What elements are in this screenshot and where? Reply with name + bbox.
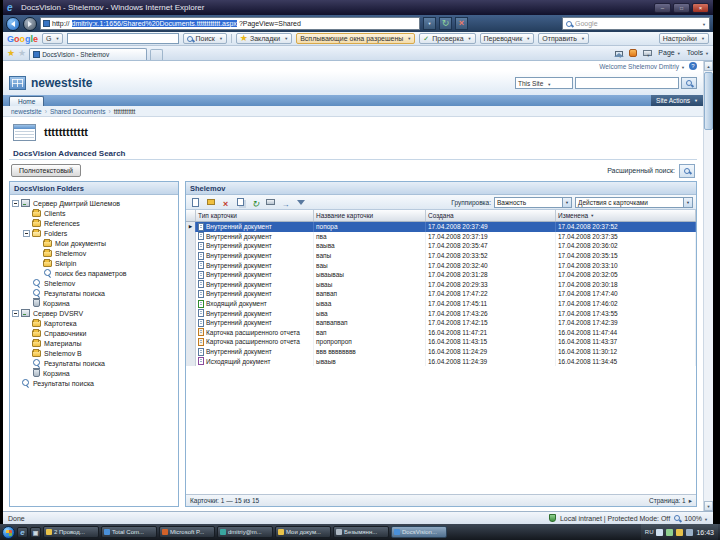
tree-expander-icon[interactable] [23, 350, 30, 357]
stop-button[interactable] [455, 17, 468, 30]
row-selector-cell[interactable] [186, 328, 196, 338]
tree-expander-icon[interactable] [23, 370, 30, 377]
table-row[interactable]: Исходящий документ ываыв 16.04.2008 11:2… [186, 356, 696, 366]
chevron-down-icon[interactable] [562, 198, 571, 207]
site-search-input[interactable] [575, 77, 679, 89]
tree-expander-icon[interactable] [34, 260, 41, 267]
breadcrumb-link[interactable]: newestsite [11, 108, 42, 115]
volume-icon[interactable] [656, 529, 663, 536]
scroll-up-icon[interactable] [704, 61, 713, 71]
settings-button[interactable]: Настройки [659, 33, 709, 44]
search-scope-dropdown[interactable]: This Site [515, 77, 573, 89]
taskbar-button[interactable]: dmitriy@m... [217, 526, 273, 538]
row-selector-cell[interactable] [186, 308, 196, 318]
tree-item[interactable]: Clients [12, 208, 176, 218]
row-selector-cell[interactable] [186, 337, 196, 347]
tree-expander-icon[interactable] [23, 210, 30, 217]
next-page-icon[interactable] [689, 497, 692, 505]
column-header-created[interactable]: Создана [426, 210, 556, 221]
column-header-type[interactable]: Тип карточки [196, 210, 314, 221]
card-name-cell[interactable]: вапвапвап [314, 318, 426, 328]
table-row[interactable]: Внутренний документ ываы 17.04.2008 20:2… [186, 280, 696, 290]
tree-item[interactable]: Корзина [12, 298, 176, 308]
tree-item[interactable]: Skripin [12, 258, 176, 268]
taskbar-button[interactable]: Total Com... [101, 526, 157, 538]
google-g-menu-button[interactable]: G [42, 33, 63, 44]
tree-expander-icon[interactable] [34, 240, 41, 247]
clock[interactable]: 16:43 [696, 529, 714, 536]
tree-expander-icon[interactable] [12, 310, 19, 317]
tree-item[interactable]: Сервер DVSRV [12, 308, 176, 318]
tree-expander-icon[interactable] [23, 340, 30, 347]
row-selector-cell[interactable] [186, 232, 196, 242]
tree-item[interactable]: Результаты поиска [12, 358, 176, 368]
minimize-button[interactable] [654, 3, 671, 13]
network-icon[interactable] [686, 529, 693, 536]
copy-card-icon[interactable] [234, 196, 247, 208]
tab-home[interactable]: Home [9, 96, 44, 106]
card-name-cell[interactable]: ваыва [314, 241, 426, 251]
row-selector-cell[interactable] [186, 318, 196, 328]
open-card-icon[interactable] [204, 196, 217, 208]
taskbar-button[interactable]: 2 Провод... [43, 526, 99, 538]
table-row[interactable]: Внутренний документ ввв вввввввв 16.04.2… [186, 347, 696, 357]
tree-item[interactable]: Сервер Дмитрий Шелемов [12, 198, 176, 208]
table-row[interactable]: Внутренний документ ваы 17.04.2008 20:32… [186, 260, 696, 270]
url-input[interactable]: http://dmitriy:x.1:1656/Shared%20Documen… [40, 17, 420, 30]
tree-item[interactable]: Shelemov [12, 278, 176, 288]
table-row[interactable]: Карточка расширенного отчета пропропроп … [186, 337, 696, 347]
back-button[interactable] [6, 17, 20, 31]
tree-item[interactable]: Материалы [12, 338, 176, 348]
scroll-down-icon[interactable] [704, 501, 713, 511]
start-button[interactable] [2, 526, 15, 539]
row-selector-cell[interactable] [186, 222, 196, 232]
taskbar-button[interactable]: DocsVision... [391, 526, 447, 538]
breadcrumb-link[interactable]: Shared Documents [45, 108, 106, 115]
tree-expander-icon[interactable] [23, 220, 30, 227]
window-titlebar[interactable]: e DocsVision - Shelemov - Windows Intern… [3, 0, 713, 15]
site-actions-button[interactable]: Site Actions [651, 95, 703, 106]
show-desktop-icon[interactable]: ▣ [30, 527, 41, 538]
tab-docsvision[interactable]: DocsVision - Shelemov [29, 48, 147, 60]
card-name-cell[interactable]: ываа [314, 299, 426, 309]
tree-expander-icon[interactable] [34, 270, 41, 277]
row-selector-cell[interactable] [186, 241, 196, 251]
row-selector-cell[interactable] [186, 260, 196, 270]
column-header-name[interactable]: Название карточки [314, 210, 426, 221]
tree-expander-icon[interactable] [12, 200, 19, 207]
card-name-cell[interactable]: пропропроп [314, 337, 426, 347]
tree-item[interactable]: Мои документы [12, 238, 176, 248]
maximize-button[interactable] [673, 3, 690, 13]
tree-expander-icon[interactable] [23, 280, 30, 287]
card-actions-dropdown[interactable]: Действия с карточками [575, 197, 693, 208]
print-button[interactable] [643, 50, 652, 56]
tree-item[interactable]: Folders [12, 228, 176, 238]
tree-item[interactable]: Результаты поиска [12, 378, 176, 388]
tree-expander-icon[interactable] [12, 380, 19, 387]
tree-item[interactable]: Корзина [12, 368, 176, 378]
tree-item[interactable]: References [12, 218, 176, 228]
card-name-cell[interactable]: вапы [314, 251, 426, 261]
help-icon[interactable] [689, 62, 697, 70]
card-name-cell[interactable]: ываы [314, 280, 426, 290]
taskbar-button[interactable]: Мои докум... [275, 526, 331, 538]
card-name-cell[interactable]: пва [314, 232, 426, 242]
table-row[interactable]: Внутренний документ вапвап 17.04.2008 17… [186, 289, 696, 299]
page-menu-button[interactable]: Page [658, 49, 680, 56]
search-input[interactable]: Google [562, 17, 710, 30]
table-row[interactable]: Внутренний документ попора 17.04.2008 20… [186, 222, 696, 232]
taskbar-button[interactable]: Microsoft P... [159, 526, 215, 538]
table-row[interactable]: Внутренний документ вапы 17.04.2008 20:3… [186, 251, 696, 261]
tree-item[interactable]: Справочники [12, 328, 176, 338]
home-button[interactable] [615, 51, 623, 57]
feeds-button[interactable] [629, 49, 637, 57]
card-name-cell[interactable]: ываыв [314, 356, 426, 366]
refresh-button[interactable] [439, 17, 452, 30]
filter-icon[interactable] [294, 196, 307, 208]
google-search-button[interactable]: Поиск [183, 33, 226, 44]
taskbar-button[interactable]: Безымянн... [333, 526, 389, 538]
advanced-search-button[interactable] [679, 164, 695, 178]
language-indicator[interactable]: RU [645, 529, 654, 535]
search-dropdown-icon[interactable] [700, 20, 706, 27]
table-row[interactable]: Внутренний документ ываываы 17.04.2008 2… [186, 270, 696, 280]
